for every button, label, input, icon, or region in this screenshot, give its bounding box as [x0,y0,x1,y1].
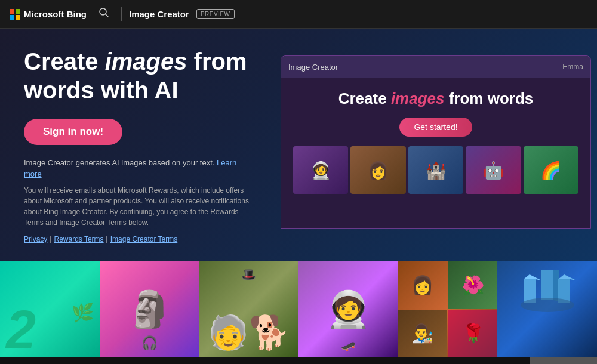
bing-logo[interactable]: Microsoft Bing [10,9,87,20]
preview-thumb-2: 👩 [350,146,405,194]
gallery-item-4[interactable]: 🧑‍🚀 🛹 [298,261,398,357]
preview-thumb-4-icon: 🤖 [466,146,521,194]
preview-badge: PREVIEW [196,9,235,19]
preview-thumb-1: 🧑‍🚀 [293,146,348,194]
preview-topbar: Image Creator Emma [281,56,590,78]
links-separator-2: | [106,235,108,243]
links-separator: | [50,235,51,243]
preview-thumb-5-icon: 🌈 [524,146,578,194]
hat-icon: 🎩 [241,267,256,282]
svg-line-1 [106,14,109,17]
preview-heading-italic: images [391,90,445,107]
preview-image-grid: 🧑‍🚀 👩 🏰 🤖 🌈 [293,146,578,194]
preview-thumb-4: 🤖 [466,146,521,194]
footer: Privacy and Cookies Content Policy Terms… [0,357,597,364]
headphones-icon: 🎧 [141,335,158,351]
gallery-item-2[interactable]: 🗿 🎧 [100,261,199,357]
hero-title-italic: images [105,48,187,75]
hero-title-plain: Create [24,48,105,75]
preview-thumb-5: 🌈 [524,146,578,194]
preview-heading-plain: Create [338,90,391,107]
gallery-item-6-figure [497,261,597,357]
header: Microsoft Bing Image Creator PREVIEW [0,0,597,29]
gallery-item-6[interactable] [497,261,597,357]
person-dog-icon: 🧓🐕 [208,313,290,352]
privacy-link[interactable]: Privacy [24,235,47,243]
hero-desc-text: Image Creator generates AI images based … [24,158,214,167]
gallery-item-3[interactable]: 🧓🐕 🎩 [199,261,298,357]
city-svg [512,270,583,348]
preview-thumb-1-icon: 🧑‍🚀 [293,146,348,194]
portrait-cell-3: 👨‍🎨 [398,310,447,357]
image-creator-label: Image Creator [129,9,189,19]
astronaut-icon: 🧑‍🚀 [326,288,371,331]
header-divider [121,7,122,21]
portrait-cell-2: 🌺 [448,261,497,309]
preview-heading-rest: from words [444,90,533,107]
hero-links: Privacy | Rewards Terms | Image Creator … [24,235,281,243]
sign-in-button[interactable]: Sign in now! [24,119,122,145]
preview-content: Create images from words Get started! 🧑‍… [281,78,590,206]
hero-description: Image Creator generates AI images based … [24,157,251,180]
gallery-item-1[interactable]: 2 🌿 [0,261,100,357]
preview-user: Emma [562,63,583,71]
gallery-section: 2 🌿 🗿 🎧 🧓🐕 🎩 🧑‍🚀 🛹 👩 🌺 👨‍🎨 🌹 [0,261,597,357]
search-button[interactable] [94,5,114,23]
hero-right: Image Creator Emma Create images from wo… [281,55,591,235]
gallery-item-1-decor: 🌿 [0,261,100,357]
preview-heading: Create images from words [293,90,578,108]
portrait-grid: 👩 🌺 👨‍🎨 🌹 [398,261,498,357]
preview-window: Image Creator Emma Create images from wo… [281,55,591,229]
preview-thumb-3: 🏰 [408,146,463,194]
portrait-cell-1: 👩 [398,261,447,309]
bing-logo-text: Microsoft Bing [24,9,87,19]
preview-topbar-text: Image Creator [288,63,338,72]
image-creator-terms-link[interactable]: Image Creator Terms [110,235,177,243]
leaf-icon: 🌿 [72,302,94,323]
portrait-cell-4: 🌹 [448,310,497,357]
feedback-button[interactable]: 💬 Feedback [530,357,597,364]
svg-point-9 [521,298,574,312]
svg-marker-2 [541,270,553,300]
preview-thumb-2-icon: 👩 [350,146,405,194]
statue-icon: 🗿 [127,288,172,331]
gallery-item-5[interactable]: 👩 🌺 👨‍🎨 🌹 [398,261,498,357]
search-icon [99,7,109,18]
microsoft-logo-icon [10,9,20,20]
preview-thumb-3-icon: 🏰 [408,146,463,194]
hero-title: Create images fromwords with AI [24,47,281,104]
hero-terms: You will receive emails about Microsoft … [24,185,251,228]
skateboard-icon: 🛹 [341,339,356,353]
get-started-button[interactable]: Get started! [399,118,472,137]
hero-section: Create images fromwords with AI Sign in … [0,29,597,261]
rewards-terms-link[interactable]: Rewards Terms [54,235,103,243]
hero-left: Create images fromwords with AI Sign in … [24,47,281,243]
